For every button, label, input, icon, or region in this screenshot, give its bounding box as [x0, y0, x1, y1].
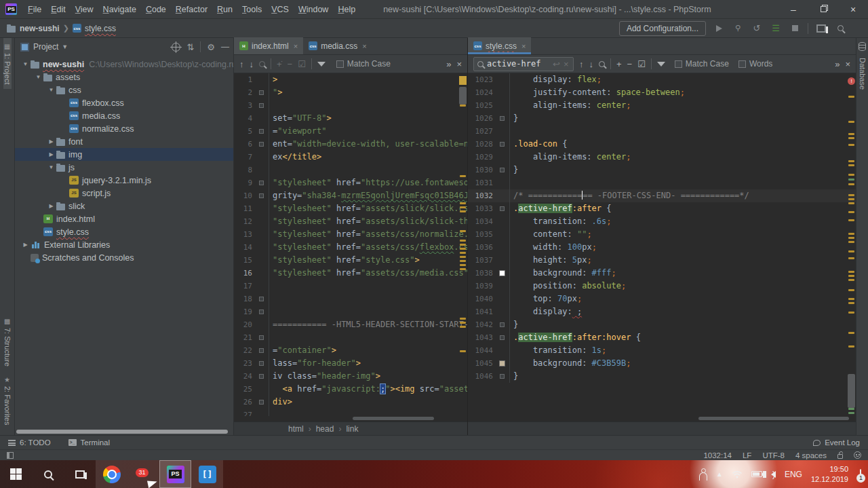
- menu-help[interactable]: Help: [333, 5, 360, 14]
- more-options-icon[interactable]: »: [446, 59, 451, 69]
- remove-occurrence-icon[interactable]: −: [627, 59, 633, 69]
- line-ending[interactable]: LF: [743, 451, 751, 459]
- tree-item-style.css[interactable]: cssstyle.css: [15, 225, 233, 238]
- fold-marker[interactable]: [259, 297, 264, 301]
- menu-code[interactable]: Code: [141, 5, 171, 14]
- match-case-checkbox[interactable]: Match Case: [675, 59, 729, 69]
- coverage-icon[interactable]: ↺: [751, 22, 763, 35]
- hide-panel-icon[interactable]: —: [221, 42, 229, 52]
- close-button[interactable]: ×: [838, 0, 868, 19]
- fold-marker[interactable]: [259, 400, 264, 405]
- start-button[interactable]: [0, 460, 32, 488]
- profiler-icon[interactable]: ☰: [770, 22, 782, 35]
- left-editor-code-area[interactable]: 1>2">34set="UTF-8">5="viewport"6ent="wid…: [234, 73, 467, 416]
- tree-item-slick[interactable]: ▶slick: [15, 200, 233, 212]
- fold-marker[interactable]: [500, 142, 505, 147]
- prev-occurrence-icon[interactable]: ↑: [239, 59, 244, 69]
- speaker-icon[interactable]: [771, 471, 776, 478]
- more-options-icon[interactable]: »: [835, 59, 840, 69]
- match-case-checkbox[interactable]: Match Case: [336, 59, 391, 69]
- fold-marker[interactable]: [259, 309, 264, 314]
- add-occurrence-icon[interactable]: +: [616, 59, 622, 69]
- menu-run[interactable]: Run: [212, 5, 237, 14]
- tab-style.css[interactable]: cssstyle.css×: [468, 37, 531, 54]
- toolwindow-toggle-icon[interactable]: [7, 452, 14, 459]
- tree-item-flexbox.css[interactable]: cssflexbox.css: [15, 96, 233, 109]
- close-search-icon[interactable]: ×: [456, 59, 462, 69]
- breadcrumb-html[interactable]: html: [288, 424, 304, 434]
- fold-marker[interactable]: [500, 335, 505, 340]
- fold-marker[interactable]: [259, 90, 264, 95]
- select-all-occurrences-icon[interactable]: ☑: [298, 59, 306, 69]
- close-tab-icon[interactable]: ×: [521, 42, 526, 50]
- close-search-icon[interactable]: ×: [845, 59, 850, 69]
- menu-window[interactable]: Window: [294, 5, 333, 14]
- fold-marker[interactable]: [259, 103, 264, 108]
- menu-navigate[interactable]: Navigate: [98, 5, 141, 14]
- event-log-button[interactable]: Event Log: [813, 438, 860, 447]
- project-hscrollbar[interactable]: [15, 428, 233, 435]
- breadcrumb-link[interactable]: link: [346, 424, 358, 434]
- fold-marker[interactable]: [500, 168, 505, 172]
- project-view-title[interactable]: Project: [33, 42, 58, 52]
- search-field[interactable]: ↩ ×: [473, 57, 574, 71]
- stop-icon[interactable]: [789, 22, 801, 35]
- words-checkbox[interactable]: Words: [738, 59, 772, 69]
- tree-item-index.html[interactable]: Hindex.html: [15, 212, 233, 225]
- indent-setting[interactable]: 4 spaces: [795, 451, 827, 459]
- inspection-profile-icon[interactable]: [854, 451, 861, 459]
- next-occurrence-icon[interactable]: ↓: [589, 59, 594, 69]
- clock[interactable]: 19:50 12.12.2019: [811, 464, 848, 485]
- fold-marker[interactable]: [259, 142, 264, 147]
- find-in-selection-icon[interactable]: [259, 59, 265, 69]
- fold-marker[interactable]: [500, 322, 505, 327]
- tree-item-new-sushi[interactable]: ▼new-sushiC:\Users\Windows\Desktop\z-cod…: [15, 58, 233, 71]
- right-editor-error-stripe[interactable]: !: [848, 73, 856, 416]
- run-anything-icon[interactable]: [815, 22, 827, 35]
- breadcrumb-head[interactable]: head: [316, 424, 334, 434]
- taskbar-search-button[interactable]: [32, 460, 64, 488]
- people-icon[interactable]: [699, 472, 707, 481]
- fold-marker[interactable]: [259, 348, 264, 353]
- gear-icon[interactable]: ⚙: [207, 42, 215, 52]
- locate-file-icon[interactable]: [172, 43, 180, 52]
- add-configuration-button[interactable]: Add Configuration...: [619, 21, 706, 36]
- tree-item-jquery-3.2.1.min.js[interactable]: JSjquery-3.2.1.min.js: [15, 174, 233, 187]
- tool-tab-favorites[interactable]: ★ 2: Favorites: [3, 371, 12, 430]
- fold-marker[interactable]: [500, 116, 505, 121]
- search-history-icon[interactable]: ↩: [553, 59, 560, 69]
- left-editor-hscrollbar[interactable]: [234, 416, 467, 421]
- menu-view[interactable]: View: [71, 5, 98, 14]
- wifi-icon[interactable]: [732, 470, 743, 478]
- debug-icon[interactable]: ⚲: [732, 22, 744, 35]
- battery-icon[interactable]: [751, 471, 762, 477]
- terminal-toolwindow-button[interactable]: >_ Terminal: [68, 438, 110, 447]
- menu-tools[interactable]: Tools: [237, 5, 267, 14]
- tree-item-script.js[interactable]: JSscript.js: [15, 187, 233, 200]
- tree-item-normalize.css[interactable]: cssnormalize.css: [15, 122, 233, 135]
- tab-index.html[interactable]: Hindex.html×: [234, 37, 303, 54]
- file-encoding[interactable]: UTF-8: [762, 451, 785, 459]
- close-tab-icon[interactable]: ×: [362, 42, 366, 50]
- tool-tab-database[interactable]: Database: [859, 53, 867, 94]
- tree-item-css[interactable]: ▼css: [15, 83, 233, 96]
- add-occurrence-icon[interactable]: +̇: [277, 59, 282, 69]
- lock-icon[interactable]: [837, 454, 843, 459]
- next-occurrence-icon[interactable]: ↓: [250, 59, 254, 69]
- tree-item-img[interactable]: ▶img: [15, 148, 233, 161]
- phpstorm-taskbar-button[interactable]: PS: [159, 460, 191, 488]
- menu-edit[interactable]: Edit: [46, 5, 71, 14]
- run-icon[interactable]: [713, 22, 725, 35]
- todo-toolwindow-button[interactable]: 6: TODO: [8, 438, 51, 447]
- caret-position[interactable]: 1032:14: [703, 451, 732, 459]
- minimize-button[interactable]: –: [778, 0, 808, 19]
- left-editor-error-stripe[interactable]: [459, 73, 467, 416]
- menu-file[interactable]: File: [23, 5, 46, 14]
- tool-tab-project[interactable]: ▦ 1: Project: [3, 38, 12, 89]
- fold-marker[interactable]: [500, 206, 505, 211]
- chrome-taskbar-button[interactable]: [96, 460, 127, 488]
- tree-item-assets[interactable]: ▼assets: [15, 71, 233, 83]
- fold-marker[interactable]: [500, 374, 505, 379]
- clear-search-icon[interactable]: ×: [564, 59, 569, 69]
- tree-item-font[interactable]: ▶font: [15, 135, 233, 148]
